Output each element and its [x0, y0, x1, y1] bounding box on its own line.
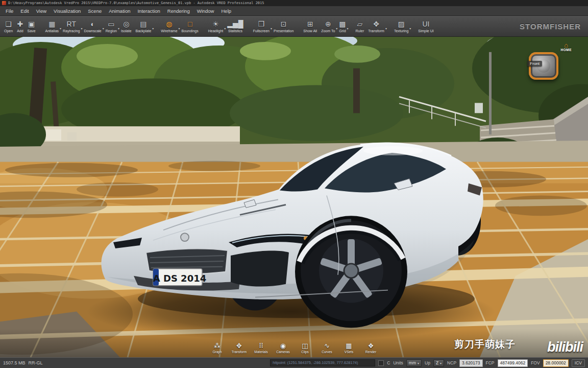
toolbar-button[interactable]: RT Raytracing [61, 16, 82, 36]
menu-item[interactable]: Window [193, 7, 218, 15]
toolbar-button-icon: □ [188, 19, 192, 29]
home-label: HOME [561, 48, 572, 52]
menu-item[interactable]: File [2, 7, 17, 15]
app-icon [2, 1, 6, 5]
dropdown-arrow-icon[interactable] [385, 22, 387, 32]
dock-button-icon: ⠿ [259, 342, 264, 350]
dock-button[interactable]: ⠿ Materials [252, 342, 271, 354]
menu-item[interactable]: Interaction [134, 7, 163, 15]
toolbar-button-label: Ruler [356, 29, 364, 33]
toolbar-button[interactable]: ▭ Region [104, 16, 119, 36]
fov-label: FOV [531, 360, 540, 365]
toolbar-button-label: Downscale [84, 29, 102, 33]
toolbar-button-label: Fullscreen [253, 29, 270, 33]
dropdown-arrow-icon[interactable] [152, 22, 154, 32]
toolbar-items: ❏ Open ✚ Add ▣ Save [2, 16, 436, 36]
dock-button[interactable]: ∿ Curves [318, 342, 336, 354]
main-toolbar: ❏ Open ✚ Add ▣ Save [0, 16, 588, 37]
home-icon[interactable]: ⌂ [561, 42, 572, 48]
toolbar-button[interactable]: ◍ Wireframe [159, 16, 179, 36]
menu-item[interactable]: View [33, 7, 50, 15]
dropdown-arrow-icon[interactable] [409, 22, 411, 32]
toolbar-button[interactable]: ⊕ Zoom To [319, 16, 337, 36]
hitpoint-field[interactable]: hitpoint: (1251.584375, -286.102539, 777… [270, 359, 375, 366]
dock-button-label: Clips [301, 350, 308, 354]
dock-button[interactable]: ◫ Clips [296, 342, 314, 354]
home-widget[interactable]: ⌂ HOME [561, 42, 572, 52]
toolbar-button[interactable]: □ Boundings [180, 16, 201, 36]
toolbar-button[interactable]: ❒ Fullscreen [251, 16, 272, 36]
toolbar-button[interactable]: ▱ Ruler [354, 16, 366, 36]
up-label: Up [425, 360, 430, 365]
c-checkbox[interactable] [378, 360, 384, 366]
dock-button[interactable]: ⁂ Graph [208, 342, 227, 354]
license-plate: A DS 2014 [153, 269, 206, 286]
fcp-value-field[interactable]: 487499.4062 [498, 359, 528, 367]
dropdown-arrow-icon[interactable] [347, 22, 349, 32]
toolbar-button-icon: ⊞ [307, 19, 313, 29]
license-plate-text: A DS 2014 [153, 273, 206, 284]
toolbar-button-label: Texturing [394, 29, 408, 33]
icv-button[interactable]: ICV [572, 359, 585, 367]
dock-button-label: Render [365, 350, 376, 354]
menu-item[interactable]: Edit [17, 7, 32, 15]
uploader-watermark: 剪刀手萌妹子 [454, 338, 516, 351]
toolbar-button[interactable]: ☀ Headlight [206, 16, 226, 36]
dock-button-icon: ◫ [302, 342, 308, 350]
up-axis-value: Z [436, 360, 438, 365]
chevron-down-icon [418, 360, 419, 365]
toolbar-button[interactable]: ▨ Texturing [392, 16, 410, 36]
toolbar-button-icon: ▣ [28, 19, 35, 29]
toolbar-button[interactable]: ▣ Save [26, 16, 38, 36]
dock-button[interactable]: ❖ Render [362, 342, 380, 354]
render-viewport[interactable]: A DS 2014 ⌂ HO [0, 37, 588, 357]
menu-item[interactable]: Rendering [164, 7, 193, 15]
toolbar-button-icon: ▦ [48, 19, 55, 29]
fov-value-field[interactable]: 28.000002 [543, 359, 569, 367]
menu-item[interactable]: Help [217, 7, 235, 15]
toolbar-button[interactable]: ▂▅█ Statistics [225, 16, 245, 36]
statusbar: 1507.5 MB RR-GL hitpoint: (1251.584375, … [0, 357, 588, 368]
renderer-mode: RR-GL [29, 360, 43, 365]
toolbar-button[interactable]: ✚ Add [15, 16, 25, 36]
toolbar-button-label: Save [28, 29, 36, 33]
up-axis-select[interactable]: Z [433, 359, 444, 367]
toolbar-button-label: Open [4, 29, 13, 33]
toolbar-button[interactable]: ⊞ Show All [301, 16, 319, 36]
toolbar-button[interactable]: UI Simple UI [416, 16, 435, 36]
titlebar: D:\HeavyPrograms\Autodesk VredPro 2015\V… [0, 0, 588, 6]
dock-button-label: Materials [254, 350, 267, 354]
menu-item[interactable]: Animation [105, 7, 134, 15]
ncp-value-field[interactable]: 3.620173 [459, 359, 482, 367]
toolbar-button-label: Wireframe [161, 29, 177, 33]
toolbar-button[interactable]: ▤ Backplate [134, 16, 154, 36]
current-view-label[interactable]: Front [527, 61, 542, 66]
menu-item[interactable]: Scene [84, 7, 105, 15]
toolbar-button[interactable]: ⊡ Presentation [272, 16, 296, 36]
dock-button[interactable]: ◉ Cameras [274, 342, 292, 354]
3d-scene[interactable]: A DS 2014 [0, 37, 588, 357]
toolbar-button[interactable]: ❏ Open [2, 16, 15, 36]
dock-button[interactable]: ✥ Transform [230, 342, 249, 354]
quick-access-dock: ⁂ Graph ✥ Transform ⠿ Materials ◉ Camera… [208, 342, 380, 354]
toolbar-button-icon: ⊡ [281, 19, 287, 29]
toolbar-button-icon: ▩ [339, 19, 346, 29]
toolbar-button[interactable]: ◎ Isolate [119, 16, 134, 36]
toolbar-button[interactable]: ◐ Downscale [82, 16, 104, 36]
toolbar-button[interactable]: ▩ Grid [337, 16, 348, 36]
toolbar-button[interactable]: ✥ Transform [366, 16, 386, 36]
toolbar-button-icon: ◎ [123, 19, 129, 29]
menu-item[interactable]: Visualization [50, 7, 84, 15]
units-select[interactable]: mm [406, 359, 422, 367]
dock-button[interactable]: ▦ VSets [340, 342, 358, 354]
toolbar-button-icon: ☀ [212, 19, 219, 29]
dock-button-icon: ⁂ [214, 342, 220, 350]
toolbar-button[interactable]: ▦ Antialias [43, 16, 61, 36]
toolbar-button-label: Zoom To [321, 29, 335, 33]
toolbar-button-label: Raytracing [63, 29, 80, 33]
toolbar-button-label: Antialias [45, 29, 59, 33]
dock-button-icon: ◉ [280, 342, 286, 350]
toolbar-button-icon: ✥ [373, 19, 379, 29]
ncp-label: NCP [447, 360, 456, 365]
dock-button-icon: ▦ [346, 342, 352, 350]
